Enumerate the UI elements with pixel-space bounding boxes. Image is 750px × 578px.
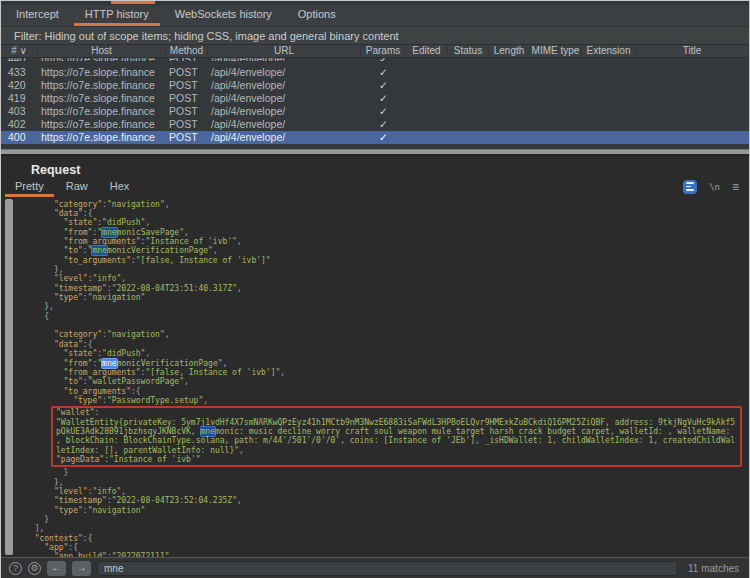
cell: 440 — [1, 58, 38, 61]
request-view-tabs: PrettyRawHex — [4, 178, 140, 196]
code-line: "level":"info", — [25, 487, 745, 496]
http-history-table: # ∨HostMethodURLParamsEditedStatusLength… — [1, 45, 749, 149]
cell — [448, 131, 489, 144]
tab-intercept[interactable]: Intercept — [3, 5, 72, 26]
filter-text: Filter: Hiding out of scope items; hidin… — [14, 30, 399, 42]
column-header[interactable]: Method — [166, 45, 208, 57]
column-header[interactable]: Host — [38, 45, 166, 57]
cell: ✓ — [361, 118, 406, 131]
cell — [406, 131, 448, 144]
cell: 420 — [1, 79, 38, 92]
code-line: { — [25, 312, 745, 321]
column-header[interactable]: Edited — [406, 45, 448, 57]
code-line: }, — [25, 265, 745, 274]
cell: https://o7e.slope.finance — [38, 131, 166, 144]
cell — [530, 118, 582, 131]
cell — [530, 58, 582, 61]
cell — [582, 66, 636, 79]
cell: POST — [166, 118, 208, 131]
column-header[interactable]: URL — [208, 45, 361, 57]
cell — [582, 105, 636, 118]
cell: ✓ — [361, 105, 406, 118]
tab-websockets-history[interactable]: WebSockets history — [162, 5, 285, 26]
request-body-editor[interactable]: "category":"navigation", "data":{ "state… — [1, 197, 749, 557]
filter-bar[interactable]: Filter: Hiding out of scope items; hidin… — [1, 26, 749, 45]
code-line: "data":{ — [25, 340, 745, 349]
search-bar: ? ⚙ ← → 11 matches — [1, 557, 749, 578]
cell: 433 — [1, 66, 38, 79]
cell — [489, 118, 530, 131]
history-row-402[interactable]: 402https://o7e.slope.financePOST/api/4/e… — [1, 118, 749, 131]
tab-hex[interactable]: Hex — [99, 178, 141, 196]
column-header[interactable]: Params — [361, 45, 406, 57]
history-table-body: 440https://o7e.slope.financePOST/api/4/e… — [1, 58, 749, 149]
prev-match-button[interactable]: ← — [47, 561, 66, 576]
column-header[interactable]: Status — [448, 45, 489, 57]
code-line: "timestamp":"2022-08-04T23:52:04.235Z", — [25, 496, 745, 505]
code-line: "to_arguments":"[false, Instance of 'ivb… — [25, 256, 745, 265]
code-line: "from_arguments":"Instance of 'ivb'", — [25, 237, 745, 246]
history-row-420[interactable]: 420https://o7e.slope.financePOST/api/4/e… — [1, 79, 749, 92]
history-row-440[interactable]: 440https://o7e.slope.financePOST/api/4/e… — [1, 58, 749, 66]
cell — [448, 66, 489, 79]
request-view-icons: \n ≡ — [683, 178, 739, 196]
code-line: } — [25, 468, 745, 477]
cell: /api/4/envelope/ — [208, 79, 361, 92]
code-line: "type":"navigation" — [25, 506, 745, 515]
history-row-400[interactable]: 400https://o7e.slope.financePOST/api/4/e… — [1, 131, 749, 144]
cell: ✓ — [361, 92, 406, 105]
column-header[interactable]: Extension — [582, 45, 636, 57]
cell: POST — [166, 105, 208, 118]
cell — [582, 131, 636, 144]
search-input[interactable] — [97, 561, 678, 576]
column-header[interactable]: Title — [636, 45, 749, 57]
cell — [448, 118, 489, 131]
cell: ✓ — [361, 58, 406, 61]
tab-http-history[interactable]: HTTP history — [72, 5, 162, 26]
cell — [582, 118, 636, 131]
column-header[interactable]: # ∨ — [1, 45, 38, 57]
cell — [530, 79, 582, 92]
tab-options[interactable]: Options — [285, 5, 349, 26]
code-line: "level":"info", — [25, 274, 745, 283]
history-row-419[interactable]: 419https://o7e.slope.financePOST/api/4/e… — [1, 92, 749, 105]
cell — [582, 92, 636, 105]
cell — [489, 66, 530, 79]
main-tab-underline — [111, 1, 155, 4]
code-line: "data":{ — [25, 209, 745, 218]
column-header[interactable]: MIME type — [530, 45, 582, 57]
cell — [448, 58, 489, 61]
settings-gear-icon[interactable]: ⚙ — [28, 562, 41, 575]
next-match-button[interactable]: → — [72, 561, 91, 576]
burp-proxy-window: InterceptHTTP historyWebSockets historyO… — [0, 0, 750, 578]
code-line: "WalletEntity{privateKey: 5ym7j1vdHf4X7s… — [56, 418, 737, 455]
history-row-433[interactable]: 433https://o7e.slope.financePOST/api/4/e… — [1, 66, 749, 79]
column-header[interactable]: Length — [489, 45, 530, 57]
code-line: "wallet": — [56, 408, 737, 417]
pretty-print-icon[interactable] — [683, 180, 697, 194]
code-line: "to":"mnemonicVerificationPage", — [25, 246, 745, 255]
cell — [406, 92, 448, 105]
cell — [406, 58, 448, 61]
cell: 403 — [1, 105, 38, 118]
history-row-403[interactable]: 403https://o7e.slope.financePOST/api/4/e… — [1, 105, 749, 118]
panel-menu-icon[interactable]: ≡ — [732, 182, 739, 192]
tab-pretty[interactable]: Pretty — [4, 178, 55, 196]
newline-toggle-icon[interactable]: \n — [709, 182, 720, 192]
cell — [489, 92, 530, 105]
code-line: } — [25, 515, 745, 524]
cell: /api/4/envelope/ — [208, 118, 361, 131]
help-icon[interactable]: ? — [9, 562, 22, 575]
code-line: "from":"mnemonicSavePage", — [25, 228, 745, 237]
cell: https://o7e.slope.finance — [38, 92, 166, 105]
cell: /api/4/envelope/ — [208, 92, 361, 105]
editor-gutter — [5, 199, 13, 555]
cell — [406, 79, 448, 92]
cell — [636, 105, 749, 118]
tab-raw[interactable]: Raw — [55, 178, 99, 196]
cell: POST — [166, 92, 208, 105]
code-line: "app":{ — [25, 543, 745, 552]
cell: ✓ — [361, 131, 406, 144]
match-count-label: 11 matches — [684, 563, 739, 574]
cell — [406, 118, 448, 131]
